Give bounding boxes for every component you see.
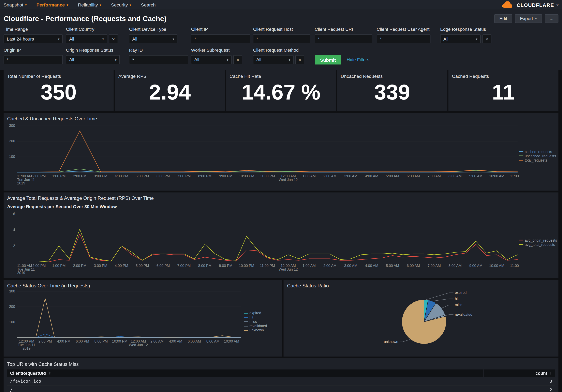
selected-value: All [69, 57, 74, 62]
filter-label: Client Request User Agent [377, 27, 440, 33]
legend-color-swatch [244, 325, 248, 326]
selected-value: All [443, 36, 448, 41]
table-row: /favicon.ico3 [7, 377, 555, 385]
more-button[interactable]: ... [545, 14, 558, 23]
svg-text:4:00 PM: 4:00 PM [115, 264, 128, 268]
chevron-down-icon: ▾ [58, 37, 59, 41]
chevron-down-icon: ▾ [25, 3, 27, 7]
nav-item-snapshot[interactable]: Snapshot▾ [4, 2, 27, 8]
requests-over-time-chart: 10020030011:00 AMTue Jun 11201912:00 PM1… [7, 123, 555, 189]
nav-item-label: Performance [36, 2, 65, 8]
filter-control [377, 35, 440, 43]
chevron-down-icon: ▾ [535, 17, 537, 21]
time-range-select[interactable]: Last 24 hours▾ [4, 35, 63, 43]
legend-color-swatch [519, 240, 523, 241]
nav-item-security[interactable]: Security▾ [111, 2, 131, 8]
avg-rps-legend: avg_origin_requestsavg_total_requests [519, 210, 555, 274]
panel-requests-over-time: Cached & Uncached Requests Over Time 100… [4, 113, 559, 191]
column-header-clientrequesturi[interactable]: ClientRequestURI⇕ [7, 371, 483, 376]
sort-icon: ⇕ [549, 371, 552, 375]
nav-item-search[interactable]: Search [141, 2, 156, 8]
panel-title: Cache Status Ratio [287, 283, 555, 289]
stat-value: 350 [4, 82, 114, 103]
svg-text:10:00 PM: 10:00 PM [239, 174, 254, 178]
svg-text:5:00 AM: 5:00 AM [386, 174, 399, 178]
edge-response-status-select[interactable]: All▾ [440, 35, 481, 43]
legend-item-avg-total-requests: avg_total_requests [519, 242, 555, 246]
nav-item-label: Search [141, 2, 156, 8]
panel-cache-status-ratio: Cache Status Ratio expiredhitmissrevalid… [283, 280, 558, 357]
page-header: Cloudflare - Performance (Requests and C… [0, 10, 562, 25]
svg-text:4:00 AM: 4:00 AM [365, 264, 378, 268]
column-header-count[interactable]: count⇕ [483, 369, 555, 377]
worker-subrequest-select[interactable]: All▾ [191, 55, 232, 64]
svg-text:5:00 AM: 5:00 AM [386, 264, 399, 268]
edit-button[interactable]: Edit [494, 14, 512, 23]
svg-text:hit: hit [455, 297, 459, 301]
clear-filter-button[interactable]: × [295, 55, 304, 64]
submit-button[interactable]: Submit [315, 55, 341, 64]
svg-text:7:00 AM: 7:00 AM [428, 174, 441, 178]
submit-area: SubmitHide Filters [315, 48, 369, 64]
hide-filters-link[interactable]: Hide Filters [347, 57, 369, 62]
client-request-method-select[interactable]: All▾ [253, 55, 293, 64]
clear-filter-button[interactable]: × [233, 55, 242, 64]
client-country-select[interactable]: All▾ [66, 35, 107, 43]
svg-text:2019: 2019 [23, 346, 30, 350]
chevron-down-icon: ▾ [173, 37, 174, 41]
filter-control [129, 55, 191, 64]
nav-item-reliability[interactable]: Reliability▾ [78, 2, 101, 8]
top-nav: Snapshot▾Performance▾Reliability▾Securit… [0, 0, 562, 10]
client-request-user-agent-input[interactable] [377, 35, 430, 43]
filter-label: Client Request Method [253, 48, 315, 53]
svg-text:8:00 PM: 8:00 PM [94, 339, 108, 343]
origin-ip-input[interactable] [4, 55, 63, 64]
stat-label: Average RPS [118, 73, 221, 79]
stat-value: 14.67 % [226, 82, 336, 103]
stat-cards: Total Number of Requests350Average RPS2.… [0, 70, 562, 111]
client-ip-input[interactable] [191, 35, 250, 43]
stat-cache-hit-rate: Cache Hit Rate14.67 % [226, 70, 336, 111]
filter-client-ip: Client IP [191, 27, 253, 43]
nav-item-performance[interactable]: Performance▾ [36, 2, 68, 8]
chevron-down-icon: ▾ [100, 3, 101, 7]
filter-control: All▾× [191, 55, 253, 64]
filters: Time RangeLast 24 hours▾Client CountryAl… [0, 25, 562, 65]
export-button-label: Export [520, 16, 533, 21]
cloudflare-cloud-icon [501, 1, 514, 8]
origin-response-status-select[interactable]: All▾ [66, 55, 120, 64]
svg-text:5:00 PM: 5:00 PM [136, 264, 149, 268]
ray-id-input[interactable] [129, 55, 188, 64]
clear-filter-button[interactable]: × [482, 35, 492, 43]
svg-text:100: 100 [9, 320, 15, 324]
filter-label: Client Request Host [253, 27, 315, 33]
svg-text:8:00 AM: 8:00 AM [206, 339, 220, 343]
filter-control: All▾× [440, 35, 501, 43]
svg-text:9:00 PM: 9:00 PM [219, 264, 232, 268]
svg-text:6:00 AM: 6:00 AM [407, 174, 420, 178]
svg-text:2:00 AM: 2:00 AM [323, 174, 337, 178]
svg-text:Wed Jun 12: Wed Jun 12 [129, 343, 148, 347]
svg-text:4: 4 [13, 228, 15, 232]
filter-control [191, 35, 253, 43]
svg-text:11:00 AM: 11:00 AM [510, 174, 519, 178]
filter-label: Origin IP [4, 48, 66, 53]
client-request-host-input[interactable] [253, 35, 310, 43]
filter-row-1: Time RangeLast 24 hours▾Client CountryAl… [4, 27, 559, 43]
table-body: /favicon.ico3/2 [7, 377, 555, 392]
client-device-type-select[interactable]: All▾ [129, 35, 177, 43]
svg-text:Wed Jun 12: Wed Jun 12 [279, 267, 298, 271]
svg-text:9:00 AM: 9:00 AM [469, 264, 482, 268]
chevron-down-icon: ▾ [115, 58, 117, 62]
legend-item-expired: expired [244, 311, 277, 315]
clear-filter-button[interactable]: × [109, 35, 118, 43]
avg-rps-chart: 24611:00 AMTue Jun 11201912:00 PM1:00 PM… [7, 210, 555, 274]
legend-label: avg_total_requests [525, 242, 555, 246]
filter-client-country: Client CountryAll▾× [66, 27, 129, 43]
cell-clientrequesturi: / [7, 387, 483, 392]
chevron-down-icon: ▾ [102, 37, 104, 41]
stat-label: Uncached Requests [341, 73, 444, 79]
export-button[interactable]: Export▾ [515, 14, 542, 23]
legend-label: hit [249, 315, 253, 319]
client-request-uri-input[interactable] [315, 35, 372, 43]
